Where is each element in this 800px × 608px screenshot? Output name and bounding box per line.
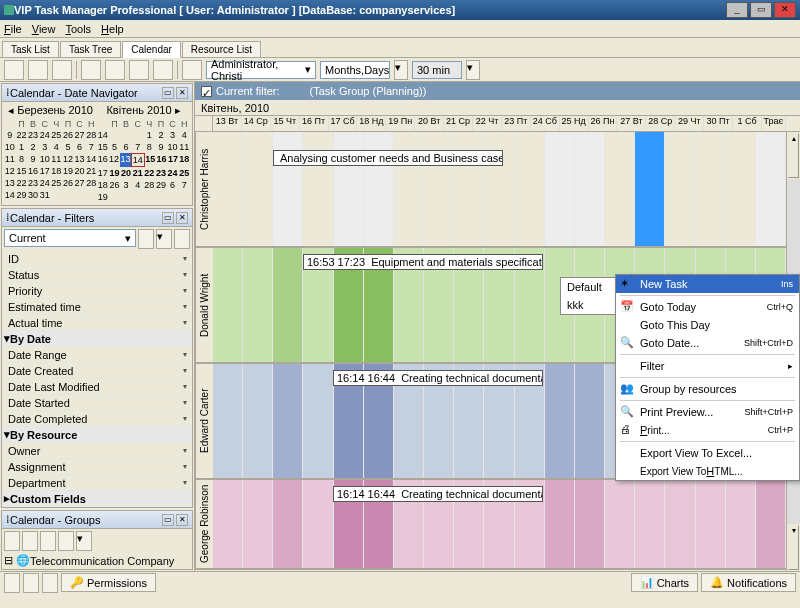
next-month-arrow[interactable]: ▸ <box>172 104 181 116</box>
panel-close-icon[interactable]: ✕ <box>176 212 188 224</box>
tab-task-tree[interactable]: Task Tree <box>60 41 121 57</box>
ctx-goto-date[interactable]: 🔍Goto Date...Shift+Ctrl+D <box>616 334 799 352</box>
day-col[interactable]: 28 Ср <box>646 116 675 131</box>
filter-btn-3[interactable] <box>174 229 190 249</box>
task-bar-techdoc-2[interactable]: 16:14 16:44Creating technical documentat… <box>333 486 543 502</box>
status-btn-2[interactable] <box>23 573 39 593</box>
day-col[interactable]: 17 Сб <box>329 116 358 131</box>
day-col[interactable]: 14 Ср <box>242 116 271 131</box>
groups-btn-4[interactable] <box>58 531 74 551</box>
ctx-kkk[interactable]: kkk <box>561 296 619 314</box>
day-col[interactable]: 13 Вт <box>213 116 242 131</box>
scroll-up-icon[interactable]: ▴ <box>788 133 799 178</box>
day-col[interactable]: 26 Пн <box>589 116 618 131</box>
groups-btn-1[interactable] <box>4 531 20 551</box>
filter-btn-2[interactable]: ▾ <box>156 229 172 249</box>
day-col[interactable]: 18 Нд <box>357 116 386 131</box>
ctx-print[interactable]: 🖨Print...Ctrl+P <box>616 421 799 439</box>
filter-checkbox[interactable]: ✓ <box>201 86 212 97</box>
menu-help[interactable]: Help <box>101 23 124 35</box>
menu-view[interactable]: View <box>32 23 56 35</box>
groups-btn-3[interactable] <box>40 531 56 551</box>
panel-expand-icon[interactable]: ▭ <box>162 212 174 224</box>
day-col[interactable]: 30 Пт <box>704 116 733 131</box>
ctx-goto-thisday[interactable]: Goto This Day <box>616 316 799 334</box>
status-tab-charts[interactable]: 📊Charts <box>631 573 698 592</box>
task-bar-equipment[interactable]: 16:53 17:23Equipment and materials speci… <box>303 254 543 270</box>
time-dropdown-arrow[interactable]: ▾ <box>466 60 480 80</box>
menu-file[interactable]: File <box>4 23 22 35</box>
menu-tools[interactable]: Tools <box>65 23 91 35</box>
filter-row-acttime[interactable]: Actual time▾ <box>2 315 192 331</box>
day-col-track[interactable]: Трає <box>762 116 786 131</box>
day-col[interactable]: 23 Пт <box>502 116 531 131</box>
day-col[interactable]: 27 Вт <box>617 116 646 131</box>
day-col[interactable]: 1 Сб <box>733 116 762 131</box>
status-tab-notifications[interactable]: 🔔Notifications <box>701 573 796 592</box>
filter-header-byres[interactable]: ▾ By Resource <box>2 427 192 443</box>
prev-month-arrow[interactable]: ◂ <box>8 104 17 116</box>
tree-projects[interactable]: ⊟ 📁 Projects <box>2 568 192 570</box>
task-bar-techdoc-1[interactable]: 16:14 16:44Creating technical documentat… <box>333 370 543 386</box>
tool-button-4[interactable] <box>81 60 101 80</box>
close-button[interactable]: ✕ <box>774 2 796 18</box>
day-col[interactable]: 29 Чт <box>675 116 704 131</box>
panel-expand-icon[interactable]: ▭ <box>162 87 174 99</box>
panel-close-icon[interactable]: ✕ <box>176 514 188 526</box>
filter-row-id[interactable]: ID▾ <box>2 251 192 267</box>
filter-header-bydate[interactable]: ▾ By Date <box>2 331 192 347</box>
day-col[interactable]: 25 Нд <box>560 116 589 131</box>
filter-row-esttime[interactable]: Estimated time▾ <box>2 299 192 315</box>
tool-resource-icon[interactable] <box>182 60 202 80</box>
tool-button-2[interactable] <box>28 60 48 80</box>
panel-close-icon[interactable]: ✕ <box>176 87 188 99</box>
tab-calendar[interactable]: Calendar <box>122 41 181 58</box>
scale-dropdown[interactable]: Months,Days <box>320 61 390 79</box>
scroll-down-icon[interactable]: ▾ <box>788 525 799 570</box>
status-btn-1[interactable] <box>4 573 20 593</box>
filter-row-datecreated[interactable]: Date Created▾ <box>2 363 192 379</box>
ctx-new-task[interactable]: ✶New TaskIns <box>616 275 799 293</box>
tab-resource-list[interactable]: Resource List <box>182 41 261 57</box>
ctx-default[interactable]: Default <box>561 278 619 296</box>
status-btn-3[interactable] <box>42 573 58 593</box>
day-col[interactable]: 22 Чт <box>473 116 502 131</box>
filter-row-daterange[interactable]: Date Range▾ <box>2 347 192 363</box>
tool-button-7[interactable] <box>153 60 173 80</box>
filter-header-custom[interactable]: ▸ Custom Fields <box>2 491 192 507</box>
user-dropdown[interactable]: Administrator, Christi▾ <box>206 61 316 79</box>
filter-current-dropdown[interactable]: Current▾ <box>4 229 136 247</box>
filter-row-status[interactable]: Status▾ <box>2 267 192 283</box>
scale-dropdown-arrow[interactable]: ▾ <box>394 60 408 80</box>
day-col[interactable]: 15 Чт <box>271 116 300 131</box>
groups-btn-5[interactable]: ▾ <box>76 531 92 551</box>
day-col[interactable]: 24 Сб <box>531 116 560 131</box>
ctx-export-html[interactable]: Export View To HTML... <box>616 462 799 480</box>
filter-row-datelastmod[interactable]: Date Last Modified▾ <box>2 379 192 395</box>
day-col[interactable]: 16 Пт <box>300 116 329 131</box>
groups-btn-2[interactable] <box>22 531 38 551</box>
ctx-print-preview[interactable]: 🔍Print Preview...Shift+Ctrl+P <box>616 403 799 421</box>
tool-button-5[interactable] <box>105 60 125 80</box>
filter-btn-1[interactable] <box>138 229 154 249</box>
ctx-group-by-res[interactable]: 👥Group by resources <box>616 380 799 398</box>
filter-row-assignment[interactable]: Assignment▾ <box>2 459 192 475</box>
ctx-goto-today[interactable]: 📅Goto TodayCtrl+Q <box>616 298 799 316</box>
day-col[interactable]: 19 Пн <box>386 116 415 131</box>
minimize-button[interactable]: _ <box>726 2 748 18</box>
tool-button-1[interactable] <box>4 60 24 80</box>
filter-row-owner[interactable]: Owner▾ <box>2 443 192 459</box>
day-col[interactable]: 20 Вт <box>415 116 444 131</box>
tab-task-list[interactable]: Task List <box>2 41 59 57</box>
panel-expand-icon[interactable]: ▭ <box>162 514 174 526</box>
filter-row-department[interactable]: Department▾ <box>2 475 192 491</box>
tool-button-3[interactable] <box>52 60 72 80</box>
maximize-button[interactable]: ▭ <box>750 2 772 18</box>
tree-root[interactable]: ⊟ 🌐 Telecommunication Company <box>2 553 192 568</box>
ctx-export-excel[interactable]: Export View To Excel... <box>616 444 799 462</box>
tool-button-6[interactable] <box>129 60 149 80</box>
day-col[interactable]: 21 Ср <box>444 116 473 131</box>
gantt-area[interactable]: Analysing customer needs and Business ca… <box>213 132 786 246</box>
filter-row-datestarted[interactable]: Date Started▾ <box>2 395 192 411</box>
task-bar-analysing[interactable]: Analysing customer needs and Business ca… <box>273 150 503 166</box>
